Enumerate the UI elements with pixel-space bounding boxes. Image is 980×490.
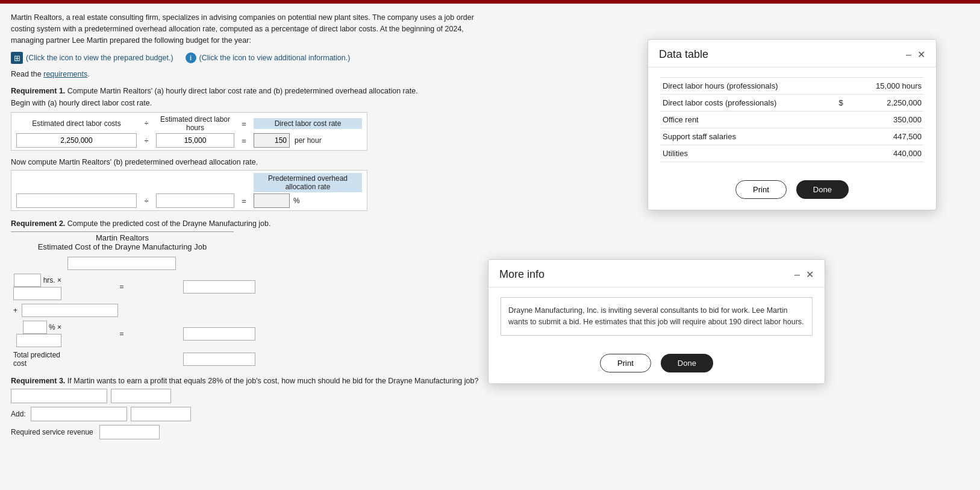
row-value-1: 15,000 hours <box>850 78 924 95</box>
data-table-close[interactable]: ✕ <box>917 50 925 60</box>
overhead-col1-input[interactable] <box>16 193 137 208</box>
req1-label: Requirement 1. Compute Martin Realtors' … <box>11 87 483 95</box>
more-info-text: Drayne Manufacturing, Inc. is inviting s… <box>501 297 813 336</box>
drayne-pct-input[interactable] <box>23 321 47 334</box>
drayne-sub-title: Estimated Cost of the Drayne Manufacturi… <box>11 242 234 251</box>
overhead-header: Predetermined overhead allocation rate <box>254 173 362 192</box>
req3-inputs: Add: Required service revenue <box>11 389 483 439</box>
data-table-body: Direct labor hours (professionals) 15,00… <box>648 68 936 172</box>
row-symbol-1 <box>837 78 850 95</box>
row-label-1: Direct labor hours (professionals) <box>660 78 837 95</box>
requirements-link[interactable]: requirements <box>43 70 87 78</box>
budget-label: (Click the icon to view the prepared bud… <box>26 54 173 62</box>
drayne-rate-input[interactable] <box>13 287 61 300</box>
drayne-plus-input[interactable] <box>22 304 118 317</box>
data-table-controls: – ✕ <box>906 50 925 60</box>
row-label-4: Support staff salaries <box>660 128 837 145</box>
row-symbol-2: $ <box>837 95 850 112</box>
more-info-title: More info <box>499 268 545 281</box>
table-row: Utilities 440,000 <box>660 145 924 162</box>
req-service-label: Required service revenue <box>11 428 93 436</box>
req3-label: Requirement 3. If Martin wants to earn a… <box>11 377 483 385</box>
more-info-print-btn[interactable]: Print <box>600 354 651 372</box>
total-predicted-label: Total predicted cost <box>11 349 64 369</box>
more-info-minimize[interactable]: – <box>794 270 800 280</box>
drayne-row-pct: % × = <box>11 319 259 349</box>
drayne-row-1 <box>11 255 259 272</box>
drayne-row-hrs: hrs. × = <box>11 272 259 302</box>
table-row: Direct labor costs (professionals) $ 2,2… <box>660 95 924 112</box>
row-value-5: 440,000 <box>850 145 924 162</box>
data-table-header: Data table – ✕ <box>648 40 936 68</box>
drayne-row-plus: + <box>11 302 259 319</box>
row-value-4: 447,500 <box>850 128 924 145</box>
table-row: Office rent 350,000 <box>660 112 924 128</box>
req3-add-input[interactable] <box>31 407 127 421</box>
drayne-row-total: Total predicted cost <box>11 349 259 369</box>
drayne-company-name: Martin Realtors <box>11 233 234 242</box>
drayne-total-input[interactable] <box>183 353 255 366</box>
drayne-input-1[interactable] <box>67 257 176 270</box>
read-requirements-line: Read the requirements. <box>11 70 483 78</box>
header-col2: Estimated direct labor hours <box>156 115 234 132</box>
req1-col1-input[interactable] <box>16 133 137 148</box>
req3-service-input[interactable] <box>99 425 160 439</box>
drayne-cost-table: hrs. × = + % × = Total predicted cost <box>11 255 259 369</box>
req3-add-label: Add: <box>11 410 26 418</box>
table-row: Support staff salaries 447,500 <box>660 128 924 145</box>
drayne-pct-base[interactable] <box>16 334 61 347</box>
req1-result-input[interactable] <box>254 133 290 148</box>
more-info-close[interactable]: ✕ <box>806 270 814 280</box>
more-info-done-btn[interactable]: Done <box>661 354 713 372</box>
more-info-dialog: More info – ✕ Drayne Manufacturing, Inc.… <box>488 259 825 384</box>
drayne-hrs-result[interactable] <box>183 280 255 294</box>
req1-col2-input[interactable] <box>156 133 234 148</box>
intro-paragraph: Martin Realtors, a real estate consultin… <box>11 12 483 46</box>
row-value-2: 2,250,000 <box>850 95 924 112</box>
icon-row: ⊞ (Click the icon to view the prepared b… <box>11 52 483 64</box>
data-table-title: Data table <box>659 48 708 61</box>
overhead-sub-label: Now compute Martin Realtors' (b) predete… <box>11 158 483 166</box>
more-info-body: Drayne Manufacturing, Inc. is inviting s… <box>488 287 825 345</box>
row-symbol-4 <box>837 128 850 145</box>
drayne-pct-result[interactable] <box>183 327 255 341</box>
info-icon-btn[interactable]: i (Click the icon to view additional inf… <box>186 52 351 63</box>
data-table-footer: Print Done <box>648 172 936 210</box>
data-table-dialog: Data table – ✕ Direct labor hours (profe… <box>648 39 937 210</box>
data-table-inner: Direct labor hours (professionals) 15,00… <box>660 77 924 162</box>
row-label-3: Office rent <box>660 112 837 128</box>
grid-icon[interactable]: ⊞ <box>11 52 23 64</box>
per-hour-label: per hour <box>295 136 322 145</box>
req2-label: Requirement 2. Compute the predicted cos… <box>11 219 483 228</box>
row-symbol-5 <box>837 145 850 162</box>
data-table-minimize[interactable]: – <box>906 50 911 60</box>
overhead-result-input[interactable] <box>254 193 290 208</box>
percent-label: % <box>293 196 300 205</box>
req3-input2[interactable] <box>111 389 171 403</box>
more-info-footer: Print Done <box>488 345 825 383</box>
budget-icon-btn[interactable]: ⊞ (Click the icon to view the prepared b… <box>11 52 173 64</box>
main-content: Martin Realtors, a real estate consultin… <box>0 4 494 448</box>
more-info-controls: – ✕ <box>794 270 814 280</box>
table-row: Direct labor hours (professionals) 15,00… <box>660 78 924 95</box>
row-label-5: Utilities <box>660 145 837 162</box>
header-col1: Estimated direct labor costs <box>16 119 137 128</box>
drayne-hrs-input[interactable] <box>14 274 41 287</box>
overhead-col2-input[interactable] <box>156 193 234 208</box>
header-col3: Direct labor cost rate <box>254 118 362 129</box>
row-label-2: Direct labor costs (professionals) <box>660 95 837 112</box>
info-icon[interactable]: i <box>186 52 196 63</box>
row-symbol-3 <box>837 112 850 128</box>
req1-sub-label: Begin with (a) hourly direct labor cost … <box>11 99 483 107</box>
req3-input1[interactable] <box>11 389 107 403</box>
data-table-done-btn[interactable]: Done <box>796 180 849 199</box>
more-info-header: More info – ✕ <box>488 260 825 287</box>
row-value-3: 350,000 <box>850 112 924 128</box>
data-table-print-btn[interactable]: Print <box>735 180 787 199</box>
info-label: (Click the icon to view additional infor… <box>199 54 351 62</box>
req3-add-result[interactable] <box>131 407 191 421</box>
